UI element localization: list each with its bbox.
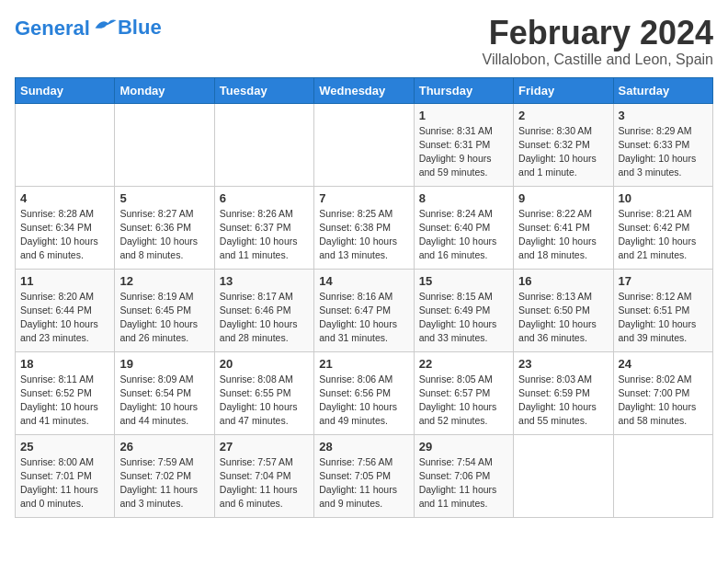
day-info: Sunrise: 8:12 AM Sunset: 6:51 PM Dayligh… <box>619 290 708 346</box>
calendar-day-cell: 26Sunrise: 7:59 AM Sunset: 7:02 PM Dayli… <box>115 434 214 517</box>
calendar-header-cell: Friday <box>514 77 613 103</box>
calendar-day-cell: 16Sunrise: 8:13 AM Sunset: 6:50 PM Dayli… <box>514 269 613 351</box>
day-info: Sunrise: 8:22 AM Sunset: 6:41 PM Dayligh… <box>518 207 608 263</box>
calendar-week-row: 11Sunrise: 8:20 AM Sunset: 6:44 PM Dayli… <box>16 269 713 351</box>
calendar-day-cell: 24Sunrise: 8:02 AM Sunset: 7:00 PM Dayli… <box>613 351 712 434</box>
day-number: 1 <box>419 109 508 122</box>
day-number: 14 <box>319 274 408 288</box>
day-number: 9 <box>518 191 608 205</box>
day-info: Sunrise: 8:28 AM Sunset: 6:34 PM Dayligh… <box>20 207 109 263</box>
calendar-day-cell: 17Sunrise: 8:12 AM Sunset: 6:51 PM Dayli… <box>613 269 712 351</box>
day-number: 26 <box>119 440 209 454</box>
day-number: 13 <box>220 274 309 288</box>
day-info: Sunrise: 8:17 AM Sunset: 6:46 PM Dayligh… <box>220 290 309 346</box>
calendar-day-cell: 6Sunrise: 8:26 AM Sunset: 6:37 PM Daylig… <box>214 186 313 269</box>
day-number: 28 <box>319 440 408 454</box>
day-number: 29 <box>419 440 508 454</box>
calendar-day-cell: 4Sunrise: 8:28 AM Sunset: 6:34 PM Daylig… <box>16 186 115 269</box>
day-info: Sunrise: 8:31 AM Sunset: 6:31 PM Dayligh… <box>419 124 508 180</box>
day-number: 8 <box>419 191 508 205</box>
day-info: Sunrise: 8:06 AM Sunset: 6:56 PM Dayligh… <box>319 373 408 429</box>
calendar-day-cell: 27Sunrise: 7:57 AM Sunset: 7:04 PM Dayli… <box>214 434 313 517</box>
day-number: 15 <box>419 274 508 288</box>
day-info: Sunrise: 8:15 AM Sunset: 6:49 PM Dayligh… <box>419 290 508 346</box>
calendar-day-cell: 3Sunrise: 8:29 AM Sunset: 6:33 PM Daylig… <box>613 103 712 186</box>
calendar-day-cell <box>314 103 414 186</box>
day-number: 20 <box>220 357 309 371</box>
day-number: 2 <box>518 109 608 122</box>
calendar-day-cell: 21Sunrise: 8:06 AM Sunset: 6:56 PM Dayli… <box>314 351 414 434</box>
day-info: Sunrise: 8:13 AM Sunset: 6:50 PM Dayligh… <box>518 290 608 346</box>
calendar-day-cell: 14Sunrise: 8:16 AM Sunset: 6:47 PM Dayli… <box>314 269 414 351</box>
day-info: Sunrise: 8:02 AM Sunset: 7:00 PM Dayligh… <box>619 373 708 429</box>
day-info: Sunrise: 8:09 AM Sunset: 6:54 PM Dayligh… <box>119 373 209 429</box>
day-number: 3 <box>619 109 708 122</box>
day-info: Sunrise: 8:25 AM Sunset: 6:38 PM Dayligh… <box>319 207 408 263</box>
logo-text: General <box>15 15 118 40</box>
day-number: 27 <box>220 440 309 454</box>
day-info: Sunrise: 8:05 AM Sunset: 6:57 PM Dayligh… <box>419 373 508 429</box>
page-header: General Blue February 2024 Villalobon, C… <box>15 15 713 68</box>
day-number: 16 <box>518 274 608 288</box>
month-title: February 2024 <box>483 15 713 52</box>
logo: General Blue <box>15 15 162 40</box>
calendar-body: 1Sunrise: 8:31 AM Sunset: 6:31 PM Daylig… <box>16 103 713 517</box>
logo-bird-icon <box>92 15 118 35</box>
day-info: Sunrise: 7:54 AM Sunset: 7:06 PM Dayligh… <box>419 455 508 511</box>
calendar-header-cell: Tuesday <box>214 77 313 103</box>
calendar-day-cell: 11Sunrise: 8:20 AM Sunset: 6:44 PM Dayli… <box>16 269 115 351</box>
calendar-table: SundayMondayTuesdayWednesdayThursdayFrid… <box>15 77 713 518</box>
day-info: Sunrise: 8:30 AM Sunset: 6:32 PM Dayligh… <box>518 124 608 180</box>
calendar-day-cell: 23Sunrise: 8:03 AM Sunset: 6:59 PM Dayli… <box>514 351 613 434</box>
day-info: Sunrise: 8:08 AM Sunset: 6:55 PM Dayligh… <box>220 373 309 429</box>
day-info: Sunrise: 8:29 AM Sunset: 6:33 PM Dayligh… <box>619 124 708 180</box>
calendar-header-cell: Wednesday <box>314 77 414 103</box>
calendar-day-cell: 13Sunrise: 8:17 AM Sunset: 6:46 PM Dayli… <box>214 269 313 351</box>
calendar-day-cell <box>613 434 712 517</box>
day-number: 6 <box>220 191 309 205</box>
calendar-day-cell: 20Sunrise: 8:08 AM Sunset: 6:55 PM Dayli… <box>214 351 313 434</box>
day-info: Sunrise: 8:21 AM Sunset: 6:42 PM Dayligh… <box>619 207 708 263</box>
calendar-day-cell: 1Sunrise: 8:31 AM Sunset: 6:31 PM Daylig… <box>414 103 513 186</box>
day-info: Sunrise: 8:16 AM Sunset: 6:47 PM Dayligh… <box>319 290 408 346</box>
day-info: Sunrise: 8:11 AM Sunset: 6:52 PM Dayligh… <box>20 373 109 429</box>
day-info: Sunrise: 7:56 AM Sunset: 7:05 PM Dayligh… <box>319 455 408 511</box>
calendar-week-row: 4Sunrise: 8:28 AM Sunset: 6:34 PM Daylig… <box>16 186 713 269</box>
day-info: Sunrise: 8:24 AM Sunset: 6:40 PM Dayligh… <box>419 207 508 263</box>
calendar-day-cell: 12Sunrise: 8:19 AM Sunset: 6:45 PM Dayli… <box>115 269 214 351</box>
day-info: Sunrise: 8:20 AM Sunset: 6:44 PM Dayligh… <box>20 290 109 346</box>
day-number: 12 <box>119 274 209 288</box>
location-title: Villalobon, Castille and Leon, Spain <box>483 52 713 68</box>
calendar-day-cell: 19Sunrise: 8:09 AM Sunset: 6:54 PM Dayli… <box>115 351 214 434</box>
calendar-day-cell: 18Sunrise: 8:11 AM Sunset: 6:52 PM Dayli… <box>16 351 115 434</box>
day-number: 22 <box>419 357 508 371</box>
calendar-day-cell <box>16 103 115 186</box>
day-info: Sunrise: 8:19 AM Sunset: 6:45 PM Dayligh… <box>119 290 209 346</box>
day-info: Sunrise: 7:57 AM Sunset: 7:04 PM Dayligh… <box>220 455 309 511</box>
calendar-day-cell: 22Sunrise: 8:05 AM Sunset: 6:57 PM Dayli… <box>414 351 513 434</box>
day-number: 11 <box>20 274 109 288</box>
calendar-day-cell: 28Sunrise: 7:56 AM Sunset: 7:05 PM Dayli… <box>314 434 414 517</box>
calendar-day-cell: 15Sunrise: 8:15 AM Sunset: 6:49 PM Dayli… <box>414 269 513 351</box>
day-info: Sunrise: 7:59 AM Sunset: 7:02 PM Dayligh… <box>119 455 209 511</box>
day-number: 4 <box>20 191 109 205</box>
day-number: 19 <box>119 357 209 371</box>
calendar-day-cell: 8Sunrise: 8:24 AM Sunset: 6:40 PM Daylig… <box>414 186 513 269</box>
calendar-day-cell <box>214 103 313 186</box>
calendar-header-cell: Thursday <box>414 77 513 103</box>
calendar-day-cell: 25Sunrise: 8:00 AM Sunset: 7:01 PM Dayli… <box>16 434 115 517</box>
day-info: Sunrise: 8:27 AM Sunset: 6:36 PM Dayligh… <box>119 207 209 263</box>
day-number: 17 <box>619 274 708 288</box>
calendar-day-cell <box>514 434 613 517</box>
day-info: Sunrise: 8:03 AM Sunset: 6:59 PM Dayligh… <box>518 373 608 429</box>
day-number: 18 <box>20 357 109 371</box>
calendar-week-row: 25Sunrise: 8:00 AM Sunset: 7:01 PM Dayli… <box>16 434 713 517</box>
calendar-day-cell: 29Sunrise: 7:54 AM Sunset: 7:06 PM Dayli… <box>414 434 513 517</box>
logo-blue: Blue <box>118 17 162 39</box>
calendar-header-row: SundayMondayTuesdayWednesdayThursdayFrid… <box>16 77 713 103</box>
calendar-day-cell <box>115 103 214 186</box>
calendar-header-cell: Sunday <box>16 77 115 103</box>
day-number: 23 <box>518 357 608 371</box>
day-info: Sunrise: 8:00 AM Sunset: 7:01 PM Dayligh… <box>20 455 109 511</box>
day-number: 7 <box>319 191 408 205</box>
